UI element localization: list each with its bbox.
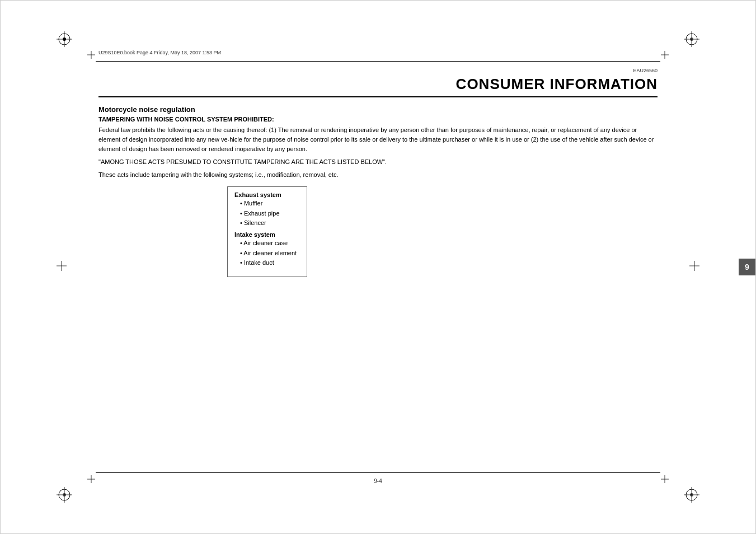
reg-mark-top-left	[57, 31, 72, 47]
side-mark-right	[689, 261, 699, 273]
intake-items-list: Air cleaner case Air cleaner element Int…	[234, 238, 297, 268]
list-item: Muffler	[240, 199, 297, 209]
reg-mark-bottom-left	[57, 487, 72, 503]
file-info: U29S10E0.book Page 4 Friday, May 18, 200…	[98, 50, 221, 55]
top-border-line	[96, 61, 660, 62]
corner-mark-br	[661, 475, 669, 483]
corner-mark-tr	[661, 51, 669, 59]
paragraph-2: "AMONG THOSE ACTS PRESUMED TO CONSTITUTE…	[98, 157, 658, 167]
eau-code: EAU26560	[98, 68, 658, 73]
bottom-border-line	[96, 472, 660, 473]
page-container: U29S10E0.book Page 4 Friday, May 18, 200…	[0, 0, 756, 534]
exhaust-items-list: Muffler Exhaust pipe Silencer	[234, 199, 297, 228]
intake-system-title: Intake system	[234, 231, 297, 238]
exhaust-system-title: Exhaust system	[234, 191, 297, 198]
reg-mark-bottom-right	[684, 487, 699, 503]
list-item: Exhaust pipe	[240, 209, 297, 219]
reg-mark-top-right	[684, 31, 699, 47]
corner-mark-tl	[87, 51, 95, 59]
list-item: Air cleaner element	[240, 249, 297, 259]
page-title: CONSUMER INFORMATION	[98, 76, 658, 97]
paragraph-3: These acts include tampering with the fo…	[98, 170, 658, 180]
section-heading: Motorcycle noise regulation	[98, 105, 658, 114]
content-area: EAU26560 CONSUMER INFORMATION Motorcycle…	[98, 68, 658, 466]
side-mark-left	[57, 261, 67, 273]
section-subheading: TAMPERING WITH NOISE CONTROL SYSTEM PROH…	[98, 116, 658, 123]
page-number-box: 9	[739, 259, 755, 275]
list-item: Intake duct	[240, 258, 297, 268]
systems-box: Exhaust system Muffler Exhaust pipe Sile…	[227, 186, 307, 277]
paragraph-1: Federal law prohibits the following acts…	[98, 125, 658, 154]
corner-mark-bl	[87, 475, 95, 483]
footer-page-number: 9-4	[374, 478, 382, 484]
list-item: Silencer	[240, 218, 297, 228]
list-item: Air cleaner case	[240, 238, 297, 249]
